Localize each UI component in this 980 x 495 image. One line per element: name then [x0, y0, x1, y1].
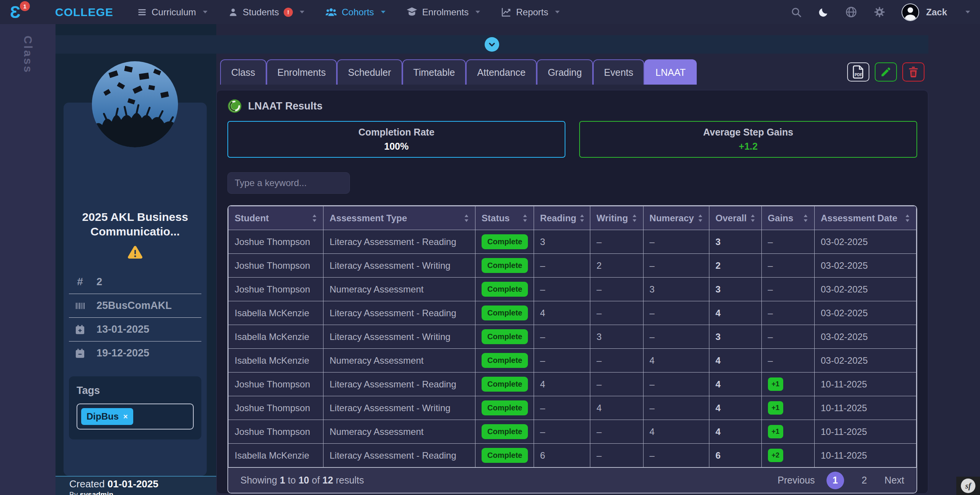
edit-button[interactable] [875, 62, 897, 82]
svg-text:PDF: PDF [854, 73, 862, 77]
sort-icon [632, 214, 637, 222]
column-header-assessment-type[interactable]: Assessment Type [323, 206, 475, 230]
sort-icon [580, 214, 585, 222]
main-nav: CurriculumStudents!CohortsEnrolmentsRepo… [137, 7, 560, 18]
assessment-date-cell: 10-11-2025 [814, 396, 916, 420]
column-header-reading[interactable]: Reading [534, 206, 590, 230]
column-header-overall[interactable]: Overall [709, 206, 762, 230]
nav-item-curriculum[interactable]: Curriculum [137, 7, 207, 18]
gains-cell: +1 [761, 396, 814, 420]
nav-item-reports[interactable]: Reports [501, 7, 560, 18]
table-row: Isabella McKenzieLiteracy Assessment - R… [229, 301, 916, 325]
status-cell: Complete [475, 325, 534, 349]
student-cell: Joshue Thompson [229, 420, 323, 444]
writing-cell: – [590, 444, 643, 467]
numeracy-cell: – [643, 444, 709, 467]
tab-enrolments[interactable]: Enrolments [266, 59, 337, 85]
overall-cell: 4 [709, 301, 762, 325]
created-by: sysadmin [80, 490, 113, 495]
tag-remove-icon[interactable]: × [123, 412, 128, 421]
reading-cell: – [534, 325, 590, 349]
overall-cell: 3 [709, 325, 762, 349]
class-detail-row: 13-01-2025 [69, 318, 201, 341]
user-avatar[interactable] [902, 3, 919, 21]
column-header-student[interactable]: Student [229, 206, 323, 230]
gains-cell: +1 [761, 420, 814, 444]
status-badge: Complete [482, 282, 528, 297]
search-icon[interactable] [791, 7, 802, 18]
tab-class[interactable]: Class [220, 59, 266, 85]
keyword-search-input[interactable] [227, 172, 350, 194]
brand-title[interactable]: COLLEGE [55, 6, 113, 19]
column-header-status[interactable]: Status [475, 206, 534, 230]
writing-cell: – [590, 349, 643, 372]
writing-cell: – [590, 230, 643, 254]
status-badge: Complete [482, 353, 528, 368]
pagination-page-1[interactable]: 1 [826, 472, 844, 489]
overall-cell: 4 [709, 349, 762, 372]
stat-label: Average Step Gains [703, 127, 793, 138]
table-footer: Showing 1 to 10 of 12 results Previous12… [228, 467, 916, 493]
table-row: Joshue ThompsonNumeracy AssessmentComple… [229, 420, 916, 444]
sort-icon [312, 214, 317, 222]
column-header-numeracy[interactable]: Numeracy [643, 206, 709, 230]
tag-chip[interactable]: DipBus× [81, 408, 133, 425]
assessment-date-cell: 03-02-2025 [814, 278, 916, 301]
pagination-next[interactable]: Next [885, 475, 904, 486]
column-header-writing[interactable]: Writing [590, 206, 643, 230]
nav-item-cohorts[interactable]: Cohorts [325, 7, 385, 18]
sf-debug-toolbar[interactable]: sf [956, 477, 980, 495]
nav-item-students[interactable]: Students! [228, 7, 304, 18]
export-pdf-button[interactable]: PDF [847, 62, 869, 82]
language-globe-icon[interactable] [845, 6, 858, 18]
chart-icon [501, 7, 511, 18]
user-menu[interactable]: Zack [926, 7, 947, 18]
status-cell: Complete [475, 444, 534, 467]
app-logo[interactable]: Ɛ 1 [10, 0, 30, 24]
tab-lnaat[interactable]: LNAAT [644, 59, 697, 85]
results-summary: Showing 1 to 10 of 12 results [240, 475, 364, 486]
tab-attendance[interactable]: Attendance [466, 59, 537, 85]
tags-input[interactable]: DipBus× [77, 404, 194, 430]
numeracy-cell: – [643, 301, 709, 325]
tab-grading[interactable]: Grading [537, 59, 593, 85]
content-area: ClassEnrolmentsSchedulerTimetableAttenda… [216, 24, 928, 495]
tab-scheduler[interactable]: Scheduler [337, 59, 402, 85]
status-badge: Complete [482, 424, 528, 439]
top-navbar: Ɛ 1 COLLEGE CurriculumStudents!CohortsEn… [0, 0, 980, 24]
stat-label: Completion Rate [358, 127, 434, 138]
created-by-label: By [69, 490, 78, 495]
barcode-icon [74, 301, 87, 311]
status-badge: Complete [482, 448, 528, 463]
numeracy-cell: – [643, 372, 709, 396]
tab-timetable[interactable]: Timetable [402, 59, 466, 85]
status-cell: Complete [475, 396, 534, 420]
numeracy-cell: 3 [643, 278, 709, 301]
notification-badge: 1 [20, 1, 30, 11]
numeracy-cell: – [643, 325, 709, 349]
people-icon [325, 7, 337, 17]
column-label: Assessment Type [330, 213, 407, 224]
student-cell: Joshue Thompson [229, 396, 323, 420]
delete-button[interactable] [902, 62, 924, 82]
status-cell: Complete [475, 278, 534, 301]
column-header-gains[interactable]: Gains [761, 206, 814, 230]
tab-events[interactable]: Events [593, 59, 644, 85]
student-cell: Joshue Thompson [229, 230, 323, 254]
table-row: Isabella McKenzieLiteracy Assessment - W… [229, 325, 916, 349]
pagination-page-2[interactable]: 2 [856, 472, 873, 489]
pagination-previous[interactable]: Previous [777, 475, 815, 486]
overall-cell: 3 [709, 278, 762, 301]
detail-value: 19-12-2025 [96, 347, 149, 359]
gains-cell: – [761, 230, 814, 254]
warning-icon[interactable] [127, 245, 143, 260]
column-header-assessment-date[interactable]: Assessment Date [814, 206, 916, 230]
writing-cell: – [590, 301, 643, 325]
created-date: 01-01-2025 [108, 478, 158, 490]
dark-mode-moon-icon[interactable] [818, 7, 829, 18]
action-buttons: PDF [847, 62, 924, 82]
settings-gear-icon[interactable] [874, 6, 885, 18]
logo-icon: Ɛ [10, 3, 21, 21]
gains-cell: – [761, 349, 814, 372]
nav-item-enrolments[interactable]: Enrolments [406, 7, 480, 18]
